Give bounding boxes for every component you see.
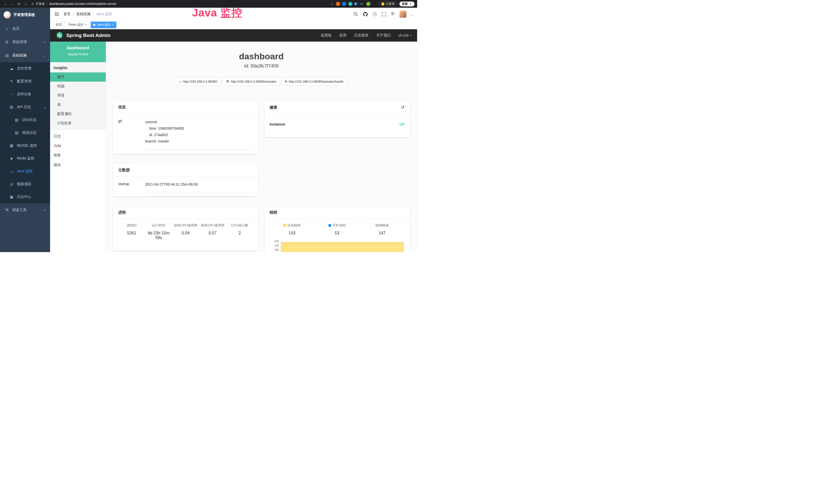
bookmark-star-icon[interactable]: ☆ <box>331 2 334 6</box>
doc-icon: ▨ <box>14 131 19 135</box>
sba-menu-config-props[interactable]: 配置属性 <box>50 109 106 119</box>
sidebar-item-home[interactable]: ◗ 首页 <box>0 22 50 36</box>
locale-select[interactable]: zh-CN ▾ <box>398 33 412 38</box>
sidebar-item-dev-tools[interactable]: ⚒ 研发工具 ▾ <box>0 203 50 217</box>
stat-value: 0.04 <box>172 231 199 235</box>
health-instance-row[interactable]: Instance UP <box>270 114 405 133</box>
actuator-url: http://192.168.0.2:48080/actuator <box>231 80 277 84</box>
sidebar-item-job[interactable]: ◔ 定时任务 <box>0 88 50 101</box>
search-icon[interactable] <box>353 12 358 17</box>
card-title: 元数据 <box>113 164 258 177</box>
card-title: 信息 <box>113 101 258 114</box>
sidebar-item-file[interactable]: ☁ 文件管理 <box>0 62 50 75</box>
timer-icon: ◔ <box>9 92 14 96</box>
sba-menu-metrics[interactable]: 性能 <box>50 82 106 91</box>
sba-menu-details[interactable]: 细节 <box>50 72 106 82</box>
actuator-url-button[interactable]: ⚒ http://192.168.0.2:48080/actuator <box>222 77 280 86</box>
sidebar-item-access-log[interactable]: ▧ 访问日志 <box>0 113 50 126</box>
legend-swatch-yellow <box>284 224 286 227</box>
tab-redis[interactable]: Redis 监控 × <box>66 22 89 28</box>
sba-menu-scheduled-tasks[interactable]: 计划任务 <box>50 119 106 128</box>
sba-link-about[interactable]: 关于我们 <box>376 33 391 38</box>
avatar-caret-icon[interactable]: ▾ <box>412 14 413 17</box>
threads-legend: 活动线程 143 守护进程 53 <box>270 219 405 235</box>
close-icon[interactable]: × <box>112 23 113 26</box>
sidebar-item-java[interactable]: ☕ Java 监控 <box>0 165 50 178</box>
sba-link-wallboard[interactable]: 应用墙 <box>321 33 332 38</box>
ext-icon-teal[interactable]: V <box>348 2 352 6</box>
sidebar-item-label: 定时任务 <box>17 92 31 96</box>
annotation-java-monitor: Java 监控 <box>192 6 242 20</box>
instance-header[interactable]: dashboard 93a3fc7f7409 <box>50 42 106 62</box>
legend-daemon-threads: 守护进程 53 <box>315 223 359 235</box>
address-bar[interactable]: dashboard.yudao.iocoder.cn/infra/admin-s… <box>49 2 330 6</box>
github-icon[interactable] <box>363 12 368 17</box>
ext-icon-paw[interactable] <box>372 2 376 6</box>
ext-icon-leaf[interactable] <box>366 2 370 6</box>
ext-icon-orange[interactable] <box>336 2 340 6</box>
sidebar-item-error-log[interactable]: ▨ 错误日志 <box>0 126 50 139</box>
ext-icon-switch-on[interactable]: on <box>360 3 363 5</box>
sba-logo-icon[interactable] <box>56 31 63 40</box>
font-size-icon[interactable]: TT <box>391 12 395 17</box>
threads-card: 线程 活动线程 143 <box>265 206 410 252</box>
user-avatar[interactable] <box>399 11 407 18</box>
close-icon[interactable]: × <box>85 23 87 26</box>
history-icon[interactable]: ↺ <box>401 105 404 110</box>
sidebar-item-label: 首页 <box>12 26 20 31</box>
sidebar-logo[interactable]: 芋道管理系统 <box>0 8 50 22</box>
update-button[interactable]: 更新 ⋮ <box>399 2 415 6</box>
home-icon[interactable]: ⌂ <box>23 2 29 6</box>
sidebar-item-infra[interactable]: ▤ 基础设施 ▴ <box>0 49 50 62</box>
sba-brand[interactable]: Spring Boot Admin <box>66 32 110 38</box>
sba-menu-mappings[interactable]: 映射 <box>50 151 106 160</box>
service-url-button[interactable]: ⌂ http://192.168.0.2:48080/ <box>176 77 221 86</box>
navbar-actions: ? TT ▾ <box>353 11 413 18</box>
sidebar-item-system[interactable]: ⚙ 系统管理 ▾ <box>0 36 50 49</box>
sba-menu-caches[interactable]: 缓存 <box>50 160 106 170</box>
tab-home[interactable]: 首页 <box>53 22 64 28</box>
git-id-line: id: 27aa832 <box>145 132 253 138</box>
paused-label: 已暂停 <box>386 2 395 6</box>
health-card: 健康 ↺ Instance UP <box>265 101 410 137</box>
security-chip[interactable]: ⚠ 不安全 <box>31 2 45 6</box>
sidebar-item-label: 配置管理 <box>17 79 31 84</box>
sba-menu-jvm[interactable]: JVM <box>50 141 106 151</box>
sidebar-item-trace[interactable]: ◎ 链路追踪 <box>0 178 50 190</box>
forward-icon[interactable]: → <box>9 2 16 6</box>
help-icon[interactable]: ? <box>373 12 377 16</box>
java-icon: ☕ <box>9 169 14 174</box>
chevron-down-icon: ▾ <box>44 209 45 211</box>
sba-link-journal[interactable]: 日志报表 <box>354 33 369 38</box>
ext-icon-grid[interactable]: ∷ <box>354 3 357 5</box>
sidebar-toggle-icon[interactable] <box>54 12 59 17</box>
stat-pid: 进程ID 5261 <box>118 223 145 240</box>
sba-menu-environment[interactable]: 环境 <box>50 91 106 100</box>
breadcrumb-infra[interactable]: 基础设施 <box>76 12 91 17</box>
card-title: 健康 ↺ <box>265 101 410 114</box>
sidebar-item-mysql[interactable]: ▦ MySQL 监控 <box>0 139 50 152</box>
sba-link-applications[interactable]: 应用 <box>339 33 347 38</box>
ext-icon-pin[interactable] <box>342 2 346 6</box>
heart-icon: ♥ <box>285 79 287 84</box>
fullscreen-icon[interactable] <box>382 12 386 17</box>
sba-menu-logging[interactable]: 日志 <box>50 132 106 141</box>
stat-label: 系统CPU使用率 <box>199 223 226 228</box>
sidebar-item-log-center[interactable]: ▣ 日志中心 <box>0 190 50 203</box>
sba-nav-links: 应用墙 应用 日志报表 关于我们 zh-CN ▾ <box>321 33 412 38</box>
reload-icon[interactable]: ↻ <box>16 2 22 6</box>
spring-boot-admin: Spring Boot Admin 应用墙 应用 日志报表 关于我们 zh-CN… <box>50 29 417 252</box>
tab-label: Java 监控 <box>97 23 110 27</box>
sidebar-item-config[interactable]: ✎ 配置管理 <box>0 75 50 88</box>
sidebar-item-redis[interactable]: ◈ Redis 监控 <box>0 152 50 165</box>
health-url-button[interactable]: ♥ http://192.168.0.2:48080/actuator/heal… <box>282 77 347 86</box>
back-icon[interactable]: ← <box>3 2 9 6</box>
sidebar-item-api-log[interactable]: ▥ API 日志 ▴ <box>0 101 50 113</box>
tab-java[interactable]: Java 监控 × <box>91 22 116 28</box>
card-body: Instance UP <box>265 114 410 137</box>
breadcrumb-home[interactable]: 首页 <box>63 12 71 17</box>
sba-menu-classes[interactable]: 类 <box>50 100 106 109</box>
paused-badge[interactable]: 已暂停 <box>379 1 397 7</box>
info-row-git: git commit: time: 1596289704000 id: 27aa… <box>118 114 253 150</box>
stat-system-cpu: 系统CPU使用率 0.07 <box>199 223 226 240</box>
